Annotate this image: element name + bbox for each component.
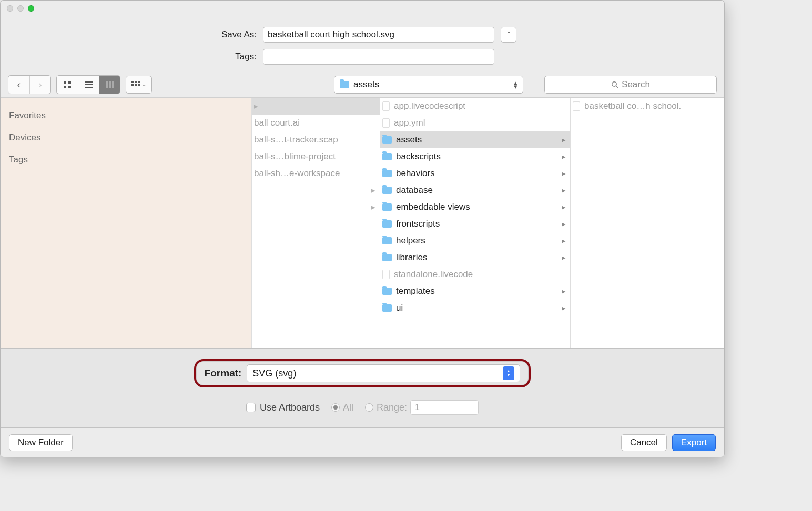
location-name: assets — [353, 79, 379, 90]
file-row[interactable]: basketball co…h school. — [571, 98, 724, 115]
file-row[interactable]: ▸ — [252, 199, 380, 216]
file-row[interactable]: helpers▸ — [380, 232, 570, 249]
chevron-left-icon: ‹ — [17, 79, 21, 90]
chevron-up-icon: ˄ — [507, 30, 511, 39]
dialog-footer: New Folder Cancel Export — [1, 427, 724, 457]
file-row[interactable]: ball-s…t-tracker.scap — [252, 131, 380, 148]
format-select[interactable]: SVG (svg) ▴▾ — [247, 364, 520, 382]
file-row[interactable]: ui▸ — [380, 300, 570, 316]
columns-icon — [106, 80, 114, 89]
file-row[interactable]: backscripts▸ — [380, 148, 570, 165]
search-placeholder: Search — [622, 79, 650, 90]
svg-rect-0 — [64, 81, 66, 84]
sidebar-section-favorites[interactable]: Favorites — [9, 110, 243, 121]
range-input[interactable] — [410, 400, 479, 415]
back-button[interactable]: ‹ — [8, 76, 29, 94]
svg-rect-5 — [85, 84, 93, 85]
svg-rect-13 — [131, 84, 134, 86]
chevron-right-icon: ▸ — [562, 152, 566, 161]
file-row[interactable]: behaviors▸ — [380, 165, 570, 182]
file-row[interactable]: app.yml — [380, 115, 570, 131]
forward-button[interactable]: › — [29, 76, 50, 94]
new-folder-button[interactable]: New Folder — [9, 434, 73, 451]
all-radio[interactable] — [331, 403, 340, 412]
folder-icon — [382, 187, 392, 194]
svg-rect-2 — [64, 86, 66, 88]
zoom-icon[interactable] — [28, 5, 34, 12]
svg-rect-3 — [68, 86, 71, 88]
file-row[interactable]: frontscripts▸ — [380, 216, 570, 232]
file-row[interactable]: ball-sh…e-workspace — [252, 165, 380, 182]
file-icon — [382, 101, 390, 111]
grid-icon — [63, 80, 72, 89]
file-row[interactable]: libraries▸ — [380, 249, 570, 266]
chevron-right-icon: ▸ — [562, 287, 566, 296]
chevron-right-icon: › — [38, 79, 42, 90]
folder-icon — [382, 237, 392, 244]
column-2: app.livecodescript app.yml assets▸ backs… — [380, 98, 571, 348]
close-icon[interactable] — [7, 5, 13, 12]
collapse-toggle-button[interactable]: ˄ — [501, 27, 516, 43]
icon-view-button[interactable] — [57, 76, 78, 94]
filename-input[interactable] — [263, 27, 494, 43]
file-row[interactable]: ▸ — [252, 182, 380, 199]
all-label: All — [343, 402, 353, 413]
window-titlebar — [1, 1, 724, 16]
tags-input[interactable] — [263, 49, 494, 65]
options-panel: Format: SVG (svg) ▴▾ Use Artboards All R… — [1, 348, 724, 427]
stepper-icon: ▴▾ — [503, 366, 514, 380]
sidebar: Favorites Devices Tags — [1, 98, 252, 348]
file-row[interactable]: database▸ — [380, 182, 570, 199]
range-radio[interactable] — [365, 403, 373, 412]
folder-icon — [382, 170, 392, 177]
chevron-right-icon: ▸ — [562, 186, 566, 195]
file-row[interactable]: assets▸ — [380, 131, 570, 148]
chevron-right-icon: ▸ — [371, 202, 375, 212]
folder-icon — [382, 288, 392, 295]
export-button[interactable]: Export — [672, 434, 716, 451]
list-icon — [85, 80, 93, 89]
file-icon — [382, 270, 390, 279]
search-input[interactable]: Search — [544, 76, 717, 94]
sidebar-section-devices[interactable]: Devices — [9, 132, 243, 143]
sidebar-section-tags[interactable]: Tags — [9, 155, 243, 165]
file-row[interactable]: app.livecodescript — [380, 98, 570, 115]
chevron-right-icon: ▸ — [562, 135, 566, 145]
chevron-right-icon: ▸ — [562, 169, 566, 178]
file-row[interactable]: ball court.ai — [252, 115, 380, 131]
list-view-button[interactable] — [78, 76, 99, 94]
location-popup[interactable]: assets ▴▾ — [334, 76, 523, 94]
file-row[interactable]: ▸ — [252, 98, 380, 115]
stepper-icon: ▴▾ — [514, 81, 517, 88]
svg-point-16 — [612, 81, 616, 86]
save-dialog: Save As: ˄ Tags: ‹ › — [0, 0, 725, 457]
file-row[interactable]: ball-s…blime-project — [252, 148, 380, 165]
file-row[interactable]: templates▸ — [380, 283, 570, 300]
tags-label: Tags: — [208, 52, 257, 62]
artboard-options: Use Artboards All Range: — [1, 393, 724, 422]
file-row[interactable]: standalone.livecode — [380, 266, 570, 283]
browser-toolbar: ‹ › ⌄ assets ▴▾ Search — [1, 72, 724, 97]
chevron-down-icon: ⌄ — [142, 81, 146, 87]
save-as-label: Save As: — [208, 29, 257, 40]
use-artboards-checkbox[interactable] — [246, 403, 256, 412]
gallery-icon — [131, 81, 140, 88]
chevron-right-icon: ▸ — [562, 202, 566, 212]
folder-icon — [382, 304, 392, 312]
svg-rect-1 — [68, 81, 71, 84]
file-row[interactable]: embeddable views▸ — [380, 199, 570, 216]
group-dropdown[interactable]: ⌄ — [126, 76, 152, 94]
svg-rect-4 — [85, 81, 93, 83]
range-label: Range: — [377, 402, 407, 413]
cancel-button[interactable]: Cancel — [621, 434, 667, 451]
column-3: basketball co…h school. — [571, 98, 724, 348]
use-artboards-label: Use Artboards — [260, 402, 320, 413]
chevron-right-icon: ▸ — [371, 186, 375, 195]
file-icon — [573, 101, 580, 111]
view-switcher — [56, 75, 120, 94]
minimize-icon[interactable] — [17, 5, 24, 12]
svg-rect-6 — [85, 87, 93, 88]
chevron-right-icon: ▸ — [562, 236, 566, 246]
save-header: Save As: ˄ Tags: — [1, 16, 724, 72]
column-view-button[interactable] — [99, 76, 120, 94]
